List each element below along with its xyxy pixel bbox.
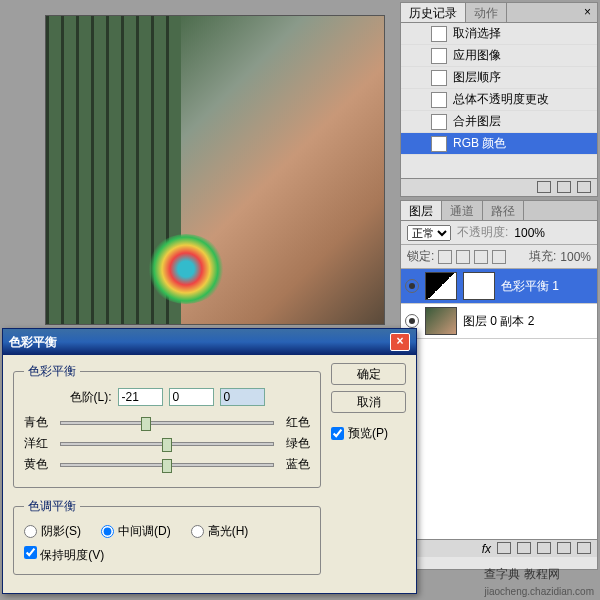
color-balance-dialog: 色彩平衡 × 色彩平衡 色阶(L): 青色 红色 洋红 绿色 黄色 [2, 328, 417, 594]
slider-row: 洋红 绿色 [24, 435, 310, 452]
layers-panel: 图层 通道 路径 正常 不透明度: 100% 锁定: 填充: 100% 色彩平衡… [400, 200, 598, 570]
tab-history[interactable]: 历史记录 [401, 3, 466, 22]
layer-list[interactable]: 色彩平衡 1 图层 0 副本 2 [401, 269, 597, 539]
fill-value[interactable]: 100% [560, 250, 591, 264]
slider-left-label: 青色 [24, 414, 54, 431]
fill-label: 填充: [529, 248, 556, 265]
dialog-title: 色彩平衡 [9, 334, 57, 351]
slider-right-label: 蓝色 [280, 456, 310, 473]
slider-thumb[interactable] [162, 438, 172, 452]
tab-actions[interactable]: 动作 [466, 3, 507, 22]
layer-name[interactable]: 图层 0 副本 2 [463, 313, 534, 330]
color-balance-group: 色彩平衡 色阶(L): 青色 红色 洋红 绿色 黄色 蓝色 [13, 363, 321, 488]
history-step-icon [431, 136, 447, 152]
layer-row[interactable]: 图层 0 副本 2 [401, 304, 597, 339]
history-tabs: 历史记录 动作 × [401, 3, 597, 23]
close-icon[interactable]: × [578, 3, 597, 22]
history-item-label: 取消选择 [453, 25, 501, 42]
ok-button[interactable]: 确定 [331, 363, 406, 385]
history-item[interactable]: RGB 颜色 [401, 133, 597, 155]
tab-channels[interactable]: 通道 [442, 201, 483, 220]
preserve-luminosity-checkbox[interactable]: 保持明度(V) [24, 546, 104, 564]
adjustment-icon[interactable] [517, 542, 531, 554]
layer-name[interactable]: 色彩平衡 1 [501, 278, 559, 295]
tab-layers[interactable]: 图层 [401, 201, 442, 220]
history-step-icon [431, 26, 447, 42]
history-item[interactable]: 总体不透明度更改 [401, 89, 597, 111]
history-step-icon [431, 48, 447, 64]
slider-row: 青色 红色 [24, 414, 310, 431]
history-step-icon [431, 70, 447, 86]
adjustment-thumb [425, 272, 457, 300]
slider-thumb[interactable] [162, 459, 172, 473]
layers-tabs: 图层 通道 路径 [401, 201, 597, 221]
trash-icon[interactable] [577, 181, 591, 193]
slider-row: 黄色 蓝色 [24, 456, 310, 473]
slider-track[interactable] [60, 463, 274, 467]
slider-thumb[interactable] [141, 417, 151, 431]
slider-track[interactable] [60, 421, 274, 425]
lock-row: 锁定: 填充: 100% [401, 245, 597, 269]
history-panel: 历史记录 动作 × 取消选择 应用图像 图层顺序 总体不透明度更改 合并图层 R… [400, 2, 598, 197]
blend-row: 正常 不透明度: 100% [401, 221, 597, 245]
history-item[interactable]: 图层顺序 [401, 67, 597, 89]
slider-right-label: 绿色 [280, 435, 310, 452]
new-doc-icon[interactable] [557, 181, 571, 193]
history-item-label: 应用图像 [453, 47, 501, 64]
layer-row[interactable]: 色彩平衡 1 [401, 269, 597, 304]
history-item-label: 总体不透明度更改 [453, 91, 549, 108]
folder-icon[interactable] [537, 542, 551, 554]
tone-row: 阴影(S) 中间调(D) 高光(H) [24, 523, 310, 540]
close-icon[interactable]: × [390, 333, 410, 351]
slider-left-label: 洋红 [24, 435, 54, 452]
canvas[interactable] [45, 15, 385, 325]
levels-row: 色阶(L): [24, 388, 310, 406]
cancel-button[interactable]: 取消 [331, 391, 406, 413]
history-step-icon [431, 114, 447, 130]
lock-transparent-icon[interactable] [438, 250, 452, 264]
new-snapshot-icon[interactable] [537, 181, 551, 193]
tone-legend: 色调平衡 [24, 498, 80, 515]
history-item-label: RGB 颜色 [453, 135, 506, 152]
opacity-label: 不透明度: [457, 224, 508, 241]
preview-checkbox[interactable]: 预览(P) [331, 425, 406, 442]
fx-icon[interactable]: fx [482, 542, 491, 555]
history-item-label: 合并图层 [453, 113, 501, 130]
history-item[interactable]: 取消选择 [401, 23, 597, 45]
slider-right-label: 红色 [280, 414, 310, 431]
shadows-radio[interactable]: 阴影(S) [24, 523, 81, 540]
history-step-icon [431, 92, 447, 108]
midtones-radio[interactable]: 中间调(D) [101, 523, 171, 540]
group-legend: 色彩平衡 [24, 363, 80, 380]
slider-track[interactable] [60, 442, 274, 446]
history-item[interactable]: 应用图像 [401, 45, 597, 67]
level-cyan-red[interactable] [118, 388, 163, 406]
slider-left-label: 黄色 [24, 456, 54, 473]
level-magenta-green[interactable] [169, 388, 214, 406]
trash-icon[interactable] [577, 542, 591, 554]
tone-balance-group: 色调平衡 阴影(S) 中间调(D) 高光(H) 保持明度(V) [13, 498, 321, 575]
levels-label: 色阶(L): [70, 389, 112, 406]
highlights-radio[interactable]: 高光(H) [191, 523, 249, 540]
lock-all-icon[interactable] [492, 250, 506, 264]
history-list[interactable]: 取消选择 应用图像 图层顺序 总体不透明度更改 合并图层 RGB 颜色 [401, 23, 597, 178]
lock-position-icon[interactable] [474, 250, 488, 264]
layer-thumb [425, 307, 457, 335]
mask-icon[interactable] [497, 542, 511, 554]
lock-label: 锁定: [407, 248, 434, 265]
photo-content [46, 16, 384, 324]
tab-paths[interactable]: 路径 [483, 201, 524, 220]
layers-footer: fx [401, 539, 597, 557]
new-layer-icon[interactable] [557, 542, 571, 554]
history-item-label: 图层顺序 [453, 69, 501, 86]
watermark: 查字典 教程网 jiaocheng.chazidian.com [484, 566, 594, 598]
mask-thumb [463, 272, 495, 300]
visibility-icon[interactable] [405, 279, 419, 293]
lock-pixels-icon[interactable] [456, 250, 470, 264]
level-yellow-blue[interactable] [220, 388, 265, 406]
dialog-titlebar[interactable]: 色彩平衡 × [3, 329, 416, 355]
visibility-icon[interactable] [405, 314, 419, 328]
blend-mode-select[interactable]: 正常 [407, 225, 451, 241]
history-item[interactable]: 合并图层 [401, 111, 597, 133]
opacity-value[interactable]: 100% [514, 226, 545, 240]
